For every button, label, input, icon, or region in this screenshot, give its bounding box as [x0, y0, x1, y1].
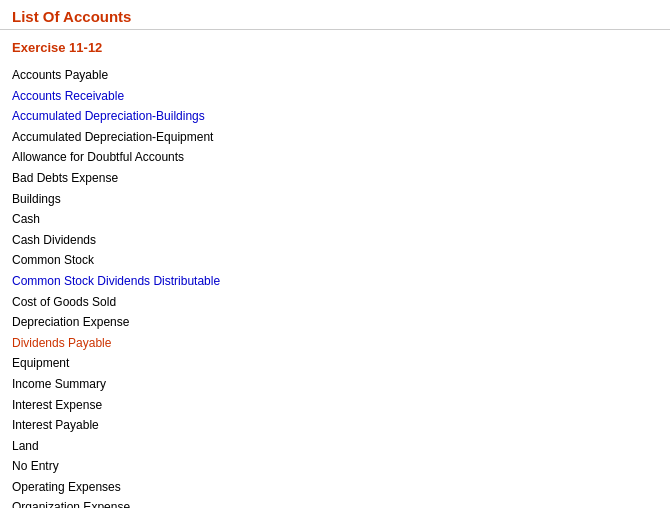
list-item: Buildings [12, 189, 658, 210]
list-item: Land [12, 436, 658, 457]
list-item: Allowance for Doubtful Accounts [12, 147, 658, 168]
list-item: Income Summary [12, 374, 658, 395]
list-item: Interest Payable [12, 415, 658, 436]
list-item: Cost of Goods Sold [12, 292, 658, 313]
content-area: Exercise 11-12 Accounts PayableAccounts … [0, 30, 670, 508]
list-item: Equipment [12, 353, 658, 374]
list-item: Common Stock [12, 250, 658, 271]
list-item: Accumulated Depreciation-Equipment [12, 127, 658, 148]
list-item: Cash Dividends [12, 230, 658, 251]
list-item: Depreciation Expense [12, 312, 658, 333]
list-item: Bad Debts Expense [12, 168, 658, 189]
list-item: Accounts Receivable [12, 86, 658, 107]
account-list: Accounts PayableAccounts ReceivableAccum… [12, 65, 658, 508]
list-item: Cash [12, 209, 658, 230]
list-item: Dividends Payable [12, 333, 658, 354]
page-title: List Of Accounts [12, 8, 131, 25]
list-item: Interest Expense [12, 395, 658, 416]
exercise-title: Exercise 11-12 [12, 40, 658, 55]
list-item: Common Stock Dividends Distributable [12, 271, 658, 292]
list-item: Accounts Payable [12, 65, 658, 86]
list-item: Operating Expenses [12, 477, 658, 498]
page-header: List Of Accounts [0, 0, 670, 30]
list-item: Accumulated Depreciation-Buildings [12, 106, 658, 127]
list-item: No Entry [12, 456, 658, 477]
list-item: Organization Expense [12, 497, 658, 508]
